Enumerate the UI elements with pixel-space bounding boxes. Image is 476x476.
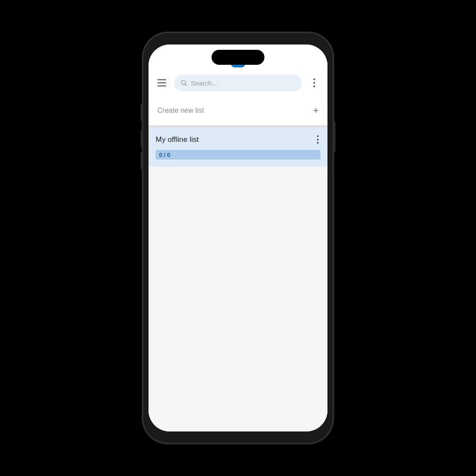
search-bar[interactable]: Search... <box>174 74 302 91</box>
create-new-list-label: Create new list <box>157 107 204 115</box>
search-icon <box>180 79 187 86</box>
create-new-list-row[interactable]: Create new list + <box>149 96 327 126</box>
dot-2 <box>313 82 315 84</box>
list-name: My offline list <box>156 135 199 144</box>
create-list-plus-icon: + <box>313 106 319 115</box>
dot-1 <box>313 78 315 80</box>
list-card[interactable]: My offline list 0 / 0 <box>149 127 327 167</box>
phone-frame: Search... Create new list + My offline l… <box>143 33 333 443</box>
menu-line-2 <box>157 82 166 83</box>
progress-bar-wrap: 0 / 0 <box>156 150 320 160</box>
dynamic-island <box>212 50 264 65</box>
more-options-button[interactable] <box>306 75 322 91</box>
list-dot-2 <box>317 139 319 141</box>
list-more-options-button[interactable] <box>315 134 320 145</box>
menu-button[interactable] <box>154 75 170 91</box>
top-bar: Search... <box>149 70 327 96</box>
list-dot-3 <box>317 142 319 144</box>
progress-label: 0 / 0 <box>159 152 170 158</box>
list-dot-1 <box>317 135 319 137</box>
menu-line-3 <box>157 86 166 86</box>
content-area: Create new list + My offline list 0 <box>149 96 327 431</box>
search-placeholder-text: Search... <box>191 79 296 87</box>
menu-line-1 <box>157 79 166 80</box>
phone-screen: Search... Create new list + My offline l… <box>149 45 327 431</box>
list-card-header: My offline list <box>156 134 320 145</box>
dot-3 <box>313 86 315 87</box>
